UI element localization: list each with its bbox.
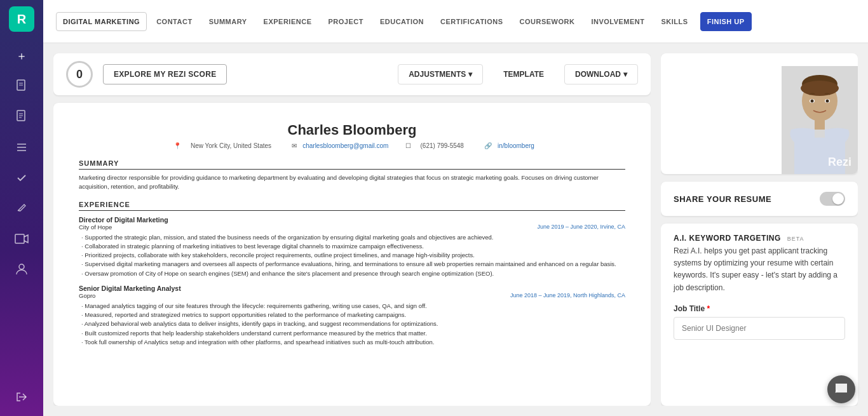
top-nav: DIGITAL MARKETING CONTACT SUMMARY EXPERI… (43, 0, 868, 43)
contact-email[interactable]: charlesbloomberg@gmail.com (302, 142, 388, 149)
summary-text: Marketing director responsible for provi… (79, 173, 625, 192)
job-date-1: June 2019 – June 2020, Irvine, CA (537, 224, 625, 231)
email-icon: ✉ (292, 142, 297, 149)
svg-point-20 (811, 100, 814, 103)
right-panel: Rezi SHARE YOUR RESUME A.I. KEYWORD TARG… (661, 53, 858, 406)
nav-certifications[interactable]: CERTIFICATIONS (433, 12, 510, 31)
summary-section-title: SUMMARY (79, 159, 625, 170)
required-indicator: * (707, 304, 710, 313)
job-company-1: City of Hope (79, 224, 112, 231)
job-bullet-1-1: · Collaborated in strategic planning of … (79, 242, 625, 251)
nav-contact[interactable]: CONTACT (149, 12, 199, 31)
explore-score-button[interactable]: EXPLORE MY REZI SCORE (103, 64, 227, 84)
nav-project[interactable]: PROJECT (321, 12, 370, 31)
resume-panel: 0 EXPLORE MY REZI SCORE ADJUSTMENTS ▾ TE… (53, 53, 651, 406)
download-button[interactable]: DOWNLOAD ▾ (564, 64, 638, 84)
nav-summary[interactable]: SUMMARY (202, 12, 254, 31)
main-area: DIGITAL MARKETING CONTACT SUMMARY EXPERI… (43, 0, 868, 416)
chat-button[interactable] (827, 375, 855, 403)
job-title-2: Senior Digital Marketing Analyst (79, 285, 625, 292)
job-bullet-1-3: · Supervised digital marketing managers … (79, 260, 625, 269)
location-icon: 📍 (173, 142, 181, 149)
beta-badge: BETA (787, 236, 804, 242)
list-icon[interactable] (9, 135, 34, 160)
check-icon[interactable] (9, 165, 34, 191)
toggle-knob (832, 193, 844, 205)
job-title-1: Director of Digital Marketing (79, 216, 625, 224)
job-bullet-2-1: · Measured, reported and strategized met… (79, 311, 625, 319)
resume-contact: 📍 New York City, United States ✉ charles… (79, 142, 625, 149)
job-bullet-2-0: · Managed analytics tagging of our site … (79, 302, 625, 311)
nav-digital-marketing[interactable]: DIGITAL MARKETING (56, 12, 147, 31)
job-meta-1: City of Hope June 2019 – June 2020, Irvi… (79, 224, 625, 231)
keyword-title: A.I. KEYWORD TARGETING BETA (674, 234, 845, 243)
contact-linkedin[interactable]: in/bloomberg (498, 142, 534, 149)
nav-experience[interactable]: EXPERIENCE (257, 12, 319, 31)
experience-section-title: EXPERIENCE (79, 201, 625, 211)
adjustments-button[interactable]: ADJUSTMENTS ▾ (398, 64, 483, 84)
keyword-description: Rezi A.I. helps you get past applicant t… (674, 245, 845, 294)
job-bullet-1-2: · Prioritized projects, collaborate with… (79, 251, 625, 260)
job-date-2: June 2018 – June 2019, North Highlands, … (510, 292, 625, 299)
job-meta-2: Gopro June 2018 – June 2019, North Highl… (79, 292, 625, 299)
svg-point-11 (19, 264, 24, 269)
chevron-down-icon2: ▾ (623, 70, 627, 79)
nav-education[interactable]: EDUCATION (373, 12, 431, 31)
toolbar: 0 EXPLORE MY REZI SCORE ADJUSTMENTS ▾ TE… (53, 53, 651, 95)
linkedin-icon: 🔗 (484, 142, 492, 149)
nav-finish-up[interactable]: FINISH UP (700, 12, 752, 31)
person-icon[interactable] (9, 257, 34, 282)
add-icon[interactable]: ＋ (9, 43, 34, 69)
content-area: 0 EXPLORE MY REZI SCORE ADJUSTMENTS ▾ TE… (43, 43, 868, 416)
sidebar: R ＋ (0, 0, 43, 416)
svg-rect-10 (15, 234, 24, 243)
job-bullet-1-4: · Oversaw promotion of City of Hope on s… (79, 269, 625, 278)
edit-icon[interactable] (9, 196, 34, 221)
document-icon[interactable] (9, 74, 34, 99)
photo-card: Rezi (661, 53, 858, 174)
job-bullet-2-3: · Built customized reports that help lea… (79, 329, 625, 338)
document2-icon[interactable] (9, 104, 34, 130)
share-resume-label: SHARE YOUR RESUME (674, 194, 771, 204)
resume-document: Charles Bloomberg 📍 New York City, Unite… (53, 103, 651, 406)
nav-skills[interactable]: SKILLS (654, 12, 695, 31)
job-title-input[interactable] (674, 317, 845, 340)
resume-name: Charles Bloomberg (79, 122, 625, 138)
job-company-2: Gopro (79, 292, 95, 299)
video-icon[interactable] (9, 226, 34, 252)
chevron-down-icon: ▾ (468, 70, 472, 79)
job-bullet-1-0: · Supported the strategic plan, mission,… (79, 233, 625, 242)
phone-icon: ☐ (405, 142, 411, 149)
nav-coursework[interactable]: COURSEWORK (513, 12, 582, 31)
rezi-score-circle: 0 (66, 61, 93, 88)
svg-rect-17 (815, 118, 825, 130)
rezi-watermark: Rezi (828, 156, 851, 169)
job-bullet-2-4: · Took full ownership of Analytics setup… (79, 338, 625, 347)
svg-point-16 (801, 81, 839, 96)
template-button[interactable]: TEMPLATE (493, 65, 554, 84)
keyword-targeting-card: A.I. KEYWORD TARGETING BETA Rezi A.I. he… (661, 224, 858, 406)
job-title-field-label: Job Title * (674, 304, 845, 313)
job-bullet-2-2: · Analyzed behavioral web analytics data… (79, 319, 625, 328)
logout-icon[interactable] (9, 384, 34, 410)
app-logo[interactable]: R (9, 6, 34, 32)
share-resume-card: SHARE YOUR RESUME (661, 182, 858, 216)
nav-involvement[interactable]: INVOLVEMENT (584, 12, 651, 31)
svg-point-21 (826, 100, 829, 103)
share-resume-toggle[interactable] (820, 192, 845, 206)
